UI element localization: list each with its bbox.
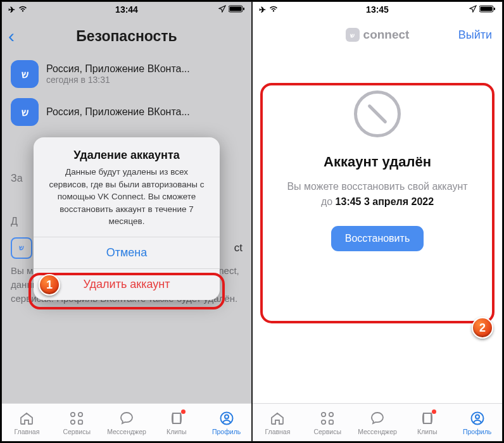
svg-rect-15 bbox=[329, 420, 333, 423]
tab-label: Профиль bbox=[463, 428, 491, 435]
svg-point-14 bbox=[322, 420, 325, 423]
svg-point-3 bbox=[71, 412, 75, 416]
session-row[interactable]: ש Россия, Приложение ВКонта... сегодня в… bbox=[2, 55, 251, 93]
deleted-msg-line1: Вы можете восстановить свой аккаунт bbox=[287, 181, 467, 192]
messenger-icon bbox=[118, 410, 135, 427]
tab-label: Сервисы bbox=[313, 428, 341, 435]
annotation-step-1: 1 bbox=[39, 274, 60, 296]
tab-bar: Главная Сервисы Мессенджер Клипы Профиль bbox=[253, 403, 502, 441]
tab-profile[interactable]: Профиль bbox=[201, 404, 251, 441]
tab-label: Мессенджер bbox=[107, 428, 146, 435]
account-deleted-card: Аккаунт удалён Вы можете восстановить св… bbox=[270, 90, 484, 251]
svg-point-5 bbox=[71, 420, 75, 423]
vk-connect-suffix: ct bbox=[234, 240, 243, 256]
vk-connect-mini-icon: ש bbox=[346, 28, 360, 42]
annotation-step-2: 2 bbox=[472, 317, 493, 339]
notification-dot-icon bbox=[432, 409, 436, 414]
status-time: 13:45 bbox=[253, 4, 502, 15]
prohibited-icon bbox=[354, 90, 401, 137]
deleted-title: Аккаунт удалён bbox=[270, 154, 484, 170]
phone-right-deleted: ✈︎ 13:45 ש conne bbox=[252, 1, 503, 442]
tab-clips[interactable]: Клипы bbox=[402, 404, 452, 441]
home-icon bbox=[269, 410, 286, 427]
status-bar: ✈︎ 13:45 bbox=[253, 2, 502, 17]
tab-label: Профиль bbox=[212, 428, 241, 435]
svg-point-8 bbox=[225, 415, 229, 418]
svg-rect-6 bbox=[79, 420, 82, 423]
delete-account-button[interactable]: Удалить аккаунт bbox=[34, 268, 220, 300]
cancel-button[interactable]: Отмена bbox=[34, 237, 220, 268]
svg-point-12 bbox=[322, 412, 325, 416]
tab-label: Клипы bbox=[417, 428, 437, 435]
tab-label: Клипы bbox=[167, 428, 186, 435]
restore-button[interactable]: Восстановить bbox=[331, 226, 424, 251]
svg-point-13 bbox=[329, 412, 333, 416]
profile-icon bbox=[218, 410, 235, 427]
header-row: ש connect Выйти bbox=[253, 17, 502, 53]
services-icon bbox=[319, 410, 336, 427]
session-row[interactable]: ש Россия, Приложение ВКонта... bbox=[2, 93, 251, 131]
dialog-message: Данные будут удалены из всех сервисов, г… bbox=[34, 166, 220, 237]
tab-label: Главная bbox=[14, 428, 39, 435]
tab-bar: Главная Сервисы Мессенджер Клипы Профиль bbox=[2, 403, 251, 441]
tab-label: Сервисы bbox=[63, 428, 91, 435]
tab-label: Главная bbox=[265, 428, 290, 435]
vk-connect-icon: ש bbox=[11, 237, 32, 259]
delete-account-dialog: Удаление аккаунта Данные будут удалены и… bbox=[34, 137, 220, 300]
tab-services[interactable]: Сервисы bbox=[303, 404, 353, 441]
dialog-title: Удаление аккаунта bbox=[34, 137, 220, 166]
vk-icon: ש bbox=[11, 98, 39, 126]
tab-label: Мессенджер bbox=[358, 428, 397, 435]
tab-messenger[interactable]: Мессенджер bbox=[353, 404, 403, 441]
vk-connect-brand: ש connect bbox=[346, 28, 410, 42]
home-icon bbox=[18, 410, 35, 427]
tab-profile[interactable]: Профиль bbox=[452, 404, 502, 441]
page-title: Безопасность bbox=[2, 28, 251, 45]
vk-icon: ש bbox=[11, 60, 39, 88]
profile-icon bbox=[469, 410, 486, 427]
services-icon bbox=[68, 410, 85, 427]
phone-left-security: ✈︎ 13:44 ‹ Безопасност bbox=[1, 1, 252, 442]
deleted-msg-prefix: до bbox=[321, 196, 336, 207]
deleted-deadline: 13:45 3 апреля 2022 bbox=[336, 196, 434, 207]
session-title: Россия, Приложение ВКонта... bbox=[46, 63, 243, 75]
clips-icon bbox=[168, 410, 185, 427]
notification-dot-icon bbox=[181, 409, 186, 414]
session-title: Россия, Приложение ВКонта... bbox=[46, 106, 243, 118]
vk-connect-brand-text: connect bbox=[363, 28, 410, 42]
messenger-icon bbox=[369, 410, 386, 427]
tab-home[interactable]: Главная bbox=[2, 404, 52, 441]
session-subtitle: сегодня в 13:31 bbox=[46, 75, 243, 85]
svg-point-4 bbox=[79, 412, 82, 416]
nav-bar: ‹ Безопасность bbox=[2, 17, 251, 55]
status-bar: ✈︎ 13:44 bbox=[2, 2, 251, 17]
logout-button[interactable]: Выйти bbox=[458, 17, 492, 53]
deleted-message: Вы можете восстановить свой аккаунт до 1… bbox=[270, 179, 484, 209]
tab-clips[interactable]: Клипы bbox=[151, 404, 201, 441]
tab-home[interactable]: Главная bbox=[253, 404, 303, 441]
svg-point-17 bbox=[476, 415, 479, 418]
clips-icon bbox=[419, 410, 436, 427]
status-time: 13:44 bbox=[2, 4, 251, 15]
tab-messenger[interactable]: Мессенджер bbox=[102, 404, 152, 441]
tab-services[interactable]: Сервисы bbox=[52, 404, 102, 441]
